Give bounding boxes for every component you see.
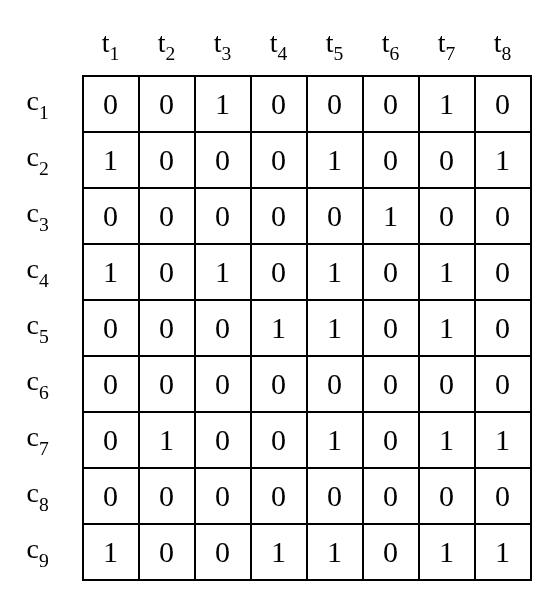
data-cell: 1	[475, 132, 531, 188]
row-header: c6	[27, 356, 83, 412]
data-cell: 0	[363, 412, 419, 468]
data-cell: 0	[475, 188, 531, 244]
data-cell: 1	[251, 300, 307, 356]
data-cell: 0	[139, 132, 195, 188]
row-header: c2	[27, 132, 83, 188]
data-cell: 0	[83, 76, 139, 132]
data-cell: 1	[307, 132, 363, 188]
data-cell: 0	[195, 356, 251, 412]
data-cell: 0	[363, 356, 419, 412]
col-header: t5	[307, 20, 363, 76]
data-cell: 0	[251, 412, 307, 468]
data-cell: 0	[251, 468, 307, 524]
table-row: c8 0 0 0 0 0 0 0 0	[27, 468, 531, 524]
data-cell: 0	[251, 132, 307, 188]
data-cell: 0	[139, 76, 195, 132]
row-header: c3	[27, 188, 83, 244]
table-row: c2 1 0 0 0 1 0 0 1	[27, 132, 531, 188]
data-cell: 0	[475, 468, 531, 524]
data-cell: 0	[475, 76, 531, 132]
data-cell: 0	[195, 132, 251, 188]
data-cell: 1	[475, 524, 531, 580]
data-cell: 0	[475, 300, 531, 356]
data-cell: 1	[363, 188, 419, 244]
data-cell: 0	[195, 300, 251, 356]
data-cell: 0	[139, 468, 195, 524]
data-cell: 0	[83, 412, 139, 468]
row-header: c8	[27, 468, 83, 524]
row-header: c9	[27, 524, 83, 580]
table-row: c3 0 0 0 0 0 1 0 0	[27, 188, 531, 244]
col-header: t4	[251, 20, 307, 76]
data-cell: 0	[307, 468, 363, 524]
data-cell: 0	[139, 244, 195, 300]
data-cell: 1	[419, 300, 475, 356]
data-cell: 1	[195, 76, 251, 132]
data-cell: 0	[251, 356, 307, 412]
binary-matrix-table: t1 t2 t3 t4 t5 t6 t7 t8 c1 0 0 1 0 0 0 1…	[27, 20, 532, 581]
data-cell: 0	[251, 188, 307, 244]
col-header: t2	[139, 20, 195, 76]
header-row: t1 t2 t3 t4 t5 t6 t7 t8	[27, 20, 531, 76]
data-cell: 0	[251, 244, 307, 300]
data-cell: 0	[363, 76, 419, 132]
table-row: c4 1 0 1 0 1 0 1 0	[27, 244, 531, 300]
data-table: t1 t2 t3 t4 t5 t6 t7 t8 c1 0 0 1 0 0 0 1…	[27, 20, 532, 581]
data-cell: 0	[195, 188, 251, 244]
data-cell: 1	[83, 132, 139, 188]
data-cell: 0	[363, 132, 419, 188]
col-header: t1	[83, 20, 139, 76]
data-cell: 0	[83, 356, 139, 412]
col-header: t8	[475, 20, 531, 76]
data-cell: 0	[139, 524, 195, 580]
data-cell: 0	[83, 300, 139, 356]
data-cell: 0	[475, 244, 531, 300]
table-row: c7 0 1 0 0 1 0 1 1	[27, 412, 531, 468]
data-cell: 0	[139, 300, 195, 356]
data-cell: 0	[363, 468, 419, 524]
col-header: t3	[195, 20, 251, 76]
data-cell: 0	[139, 356, 195, 412]
data-cell: 1	[419, 244, 475, 300]
data-cell: 1	[83, 524, 139, 580]
row-header: c5	[27, 300, 83, 356]
data-cell: 1	[307, 524, 363, 580]
data-cell: 1	[195, 244, 251, 300]
data-cell: 0	[195, 524, 251, 580]
row-header: c4	[27, 244, 83, 300]
col-header: t6	[363, 20, 419, 76]
data-cell: 1	[139, 412, 195, 468]
data-cell: 1	[475, 412, 531, 468]
data-cell: 0	[419, 468, 475, 524]
data-cell: 0	[475, 356, 531, 412]
data-cell: 0	[419, 188, 475, 244]
data-cell: 1	[419, 524, 475, 580]
data-cell: 0	[195, 468, 251, 524]
data-cell: 1	[419, 412, 475, 468]
data-cell: 0	[251, 76, 307, 132]
data-cell: 0	[83, 188, 139, 244]
data-cell: 0	[419, 356, 475, 412]
data-cell: 0	[139, 188, 195, 244]
data-cell: 0	[363, 300, 419, 356]
data-cell: 1	[307, 300, 363, 356]
data-cell: 0	[419, 132, 475, 188]
col-header: t7	[419, 20, 475, 76]
data-cell: 1	[307, 412, 363, 468]
row-header: c7	[27, 412, 83, 468]
data-cell: 0	[83, 468, 139, 524]
data-cell: 1	[307, 244, 363, 300]
data-cell: 1	[419, 76, 475, 132]
corner-cell	[27, 20, 83, 76]
table-row: c9 1 0 0 1 1 0 1 1	[27, 524, 531, 580]
data-cell: 0	[363, 524, 419, 580]
data-cell: 0	[307, 76, 363, 132]
data-cell: 0	[307, 188, 363, 244]
data-cell: 0	[307, 356, 363, 412]
row-header: c1	[27, 76, 83, 132]
data-cell: 1	[251, 524, 307, 580]
data-cell: 0	[195, 412, 251, 468]
table-row: c1 0 0 1 0 0 0 1 0	[27, 76, 531, 132]
data-cell: 0	[363, 244, 419, 300]
table-row: c5 0 0 0 1 1 0 1 0	[27, 300, 531, 356]
